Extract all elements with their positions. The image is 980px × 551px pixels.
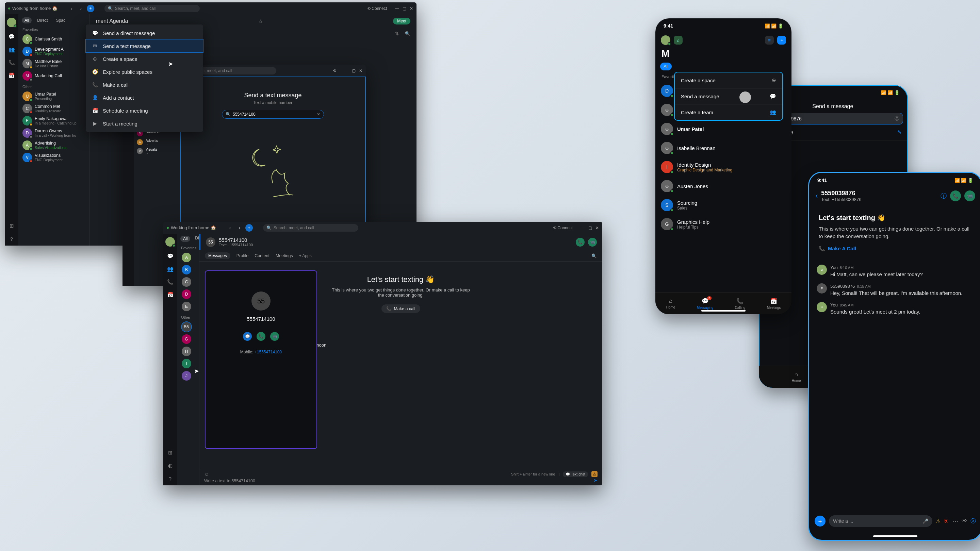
sidebar-avatar[interactable]: B bbox=[182, 265, 191, 275]
plus-button[interactable]: ＋ bbox=[777, 36, 786, 44]
rail-teams-icon[interactable]: 👥 bbox=[8, 46, 15, 53]
star-icon[interactable]: ☆ bbox=[258, 18, 263, 24]
tab-meetings[interactable]: 📅Meetings bbox=[767, 298, 781, 310]
hover-video-button[interactable]: 📹 bbox=[270, 332, 279, 341]
filter-icon[interactable]: ⇅ bbox=[395, 31, 399, 36]
filter-direct[interactable]: Direct bbox=[34, 17, 50, 24]
global-search-input[interactable]: 🔍 Search, meet, and call bbox=[263, 224, 358, 232]
filter-direct[interactable]: Direct bbox=[195, 236, 199, 242]
list-item[interactable]: SSourcingSales bbox=[655, 195, 791, 214]
video-call-button[interactable]: 📹 bbox=[588, 238, 597, 246]
sidebar-item[interactable]: MMarketing Coll bbox=[18, 70, 89, 82]
sidebar-avatar[interactable]: G bbox=[182, 334, 191, 344]
phone-number-input[interactable]: 🔍 5554714100✕ bbox=[222, 110, 324, 119]
meet-button[interactable]: Meet bbox=[393, 18, 410, 24]
nav-fwd-icon[interactable]: › bbox=[77, 5, 85, 12]
tab-home[interactable]: ⌂Home bbox=[792, 371, 801, 383]
hover-audio-button[interactable]: 📞 bbox=[256, 332, 266, 341]
rail-calling-icon[interactable]: 📞 bbox=[8, 59, 15, 66]
make-call-button[interactable]: 📞 Make a call bbox=[382, 305, 420, 313]
plus-overlay-item[interactable]: Send a message💬 bbox=[675, 89, 782, 105]
local-search-icon[interactable]: 🔍 bbox=[405, 31, 410, 36]
rail-messaging-icon[interactable]: 💬 bbox=[8, 33, 15, 40]
window-min-icon[interactable]: — bbox=[395, 6, 399, 11]
filter-icon[interactable]: ≡ bbox=[765, 36, 774, 44]
close-composer-icon[interactable]: ⓧ bbox=[970, 518, 976, 525]
rail-meetings-icon[interactable]: 📅 bbox=[8, 72, 15, 79]
plus-menu-item[interactable]: 📅Schedule a meeting bbox=[86, 104, 203, 117]
tab-messages[interactable]: Messages bbox=[205, 252, 231, 259]
tab-meetings[interactable]: Meetings bbox=[275, 253, 293, 258]
filter-spaces[interactable]: Spac bbox=[53, 17, 68, 24]
add-apps-button[interactable]: + Apps bbox=[299, 253, 312, 258]
sidebar-avatar[interactable]: C bbox=[182, 277, 191, 287]
list-item[interactable]: IIdentity DesignGraphic Design and Marke… bbox=[655, 157, 791, 176]
self-avatar[interactable] bbox=[7, 18, 16, 27]
tab-content[interactable]: Content bbox=[255, 253, 269, 258]
sidebar-item[interactable]: DDarren OwensIn a call · Working from ho bbox=[18, 127, 89, 139]
list-item[interactable]: ☺Umar Patel bbox=[655, 119, 791, 138]
sidebar-item[interactable]: UUmar PatelPresenting bbox=[18, 90, 89, 102]
plus-menu-item[interactable]: ⊕Create a space bbox=[86, 52, 203, 65]
send-icon[interactable]: ➤ bbox=[593, 478, 598, 483]
sidebar-avatar[interactable]: J bbox=[182, 371, 191, 381]
sidebar-avatar[interactable]: D bbox=[182, 289, 191, 299]
clear-icon[interactable]: ⓧ bbox=[894, 116, 899, 122]
rail-apps-icon[interactable]: ⊞ bbox=[8, 222, 15, 229]
presence-status[interactable]: Working from home 🏠 bbox=[8, 6, 57, 11]
attach-button[interactable]: ＋ bbox=[815, 516, 826, 527]
compose-input[interactable]: Write a text to 5554714100 bbox=[204, 478, 255, 483]
plus-menu-item[interactable]: 🧭Explore public spaces bbox=[86, 65, 203, 78]
tab-messaging[interactable]: 💬2Messaging bbox=[697, 298, 713, 310]
connect-link[interactable]: ⟲ Connect bbox=[367, 6, 387, 11]
back-icon[interactable]: ‹ bbox=[815, 192, 818, 200]
plus-menu-item[interactable]: 💬Send a direct message bbox=[86, 27, 203, 40]
text-chat-chip[interactable]: 💬 Text chat bbox=[563, 472, 588, 477]
sidebar-item[interactable]: CCommon MetUsability researc bbox=[18, 102, 89, 114]
new-message-icon[interactable]: ✎ bbox=[897, 129, 902, 135]
alert-icon[interactable]: ⚠ bbox=[592, 471, 598, 477]
mic-icon[interactable]: 🎤 bbox=[923, 518, 928, 524]
sidebar-avatar[interactable]: H bbox=[182, 346, 191, 356]
status-chip[interactable]: ⌂ bbox=[674, 36, 682, 44]
sidebar-item[interactable]: EEmily NakagawaIn a meeting · Catching u… bbox=[18, 114, 89, 127]
sidebar-item[interactable]: DDevelopment AENG Deployment bbox=[18, 45, 89, 57]
sidebar-avatar[interactable]: E bbox=[182, 302, 191, 311]
plus-menu-item[interactable]: ▶Start a meeting bbox=[86, 117, 203, 130]
self-avatar[interactable] bbox=[661, 35, 670, 45]
clear-icon[interactable]: ✕ bbox=[317, 112, 320, 117]
hide-icon[interactable]: 👁 bbox=[962, 518, 967, 524]
emoji-icon[interactable]: ☺ bbox=[204, 472, 209, 477]
list-item[interactable]: GGraphics HelpHelpful Tips bbox=[655, 214, 791, 233]
plus-menu-item[interactable]: 📞Make a call bbox=[86, 78, 203, 91]
sidebar-item[interactable]: VVisualizationsENG Deployment bbox=[18, 151, 89, 164]
shield-icon[interactable]: ⛨ bbox=[944, 518, 950, 524]
sidebar-item[interactable]: AAdvertisingSales Visualizations bbox=[18, 139, 89, 151]
sidebar-item[interactable]: CClarissa Smith bbox=[18, 33, 89, 45]
info-icon[interactable]: ⓘ bbox=[940, 192, 947, 200]
window-max-icon[interactable]: ▢ bbox=[402, 6, 406, 11]
bits-icon[interactable]: ⋯ bbox=[953, 518, 958, 524]
plus-menu-item[interactable]: 👤Add a contact bbox=[86, 91, 203, 104]
local-search-icon[interactable]: 🔍 bbox=[592, 253, 597, 259]
warn-icon[interactable]: ⚠ bbox=[936, 518, 940, 524]
video-call-button[interactable]: 📹 bbox=[964, 191, 975, 202]
global-search-input[interactable]: 🔍 Search, meet, and call bbox=[105, 5, 200, 12]
audio-call-button[interactable]: 📞 bbox=[576, 238, 585, 246]
contact-avatar[interactable]: 55 bbox=[206, 237, 215, 247]
audio-call-button[interactable]: 📞 bbox=[950, 191, 961, 202]
filter-all[interactable]: All bbox=[660, 63, 672, 70]
nav-back-icon[interactable]: ‹ bbox=[68, 5, 75, 12]
window-close-icon[interactable]: ✕ bbox=[410, 6, 413, 11]
hover-mobile-link[interactable]: +15554714100 bbox=[255, 349, 282, 354]
tab-home[interactable]: ⌂Home bbox=[666, 298, 675, 309]
list-item[interactable]: ☺Austen Jones bbox=[655, 176, 791, 195]
sidebar-avatar[interactable]: I bbox=[182, 359, 191, 368]
plus-button[interactable]: ＋ bbox=[87, 5, 94, 12]
sidebar-avatar[interactable]: A bbox=[182, 253, 191, 262]
hover-message-button[interactable]: 💬 bbox=[243, 332, 252, 341]
filter-all[interactable]: All bbox=[22, 17, 32, 24]
plus-overlay-item[interactable]: Create a team👥 bbox=[675, 105, 782, 120]
rail-help-icon[interactable]: ? bbox=[8, 235, 15, 242]
sidebar-item[interactable]: MMatthew BakeDo Not Disturb bbox=[18, 57, 89, 70]
